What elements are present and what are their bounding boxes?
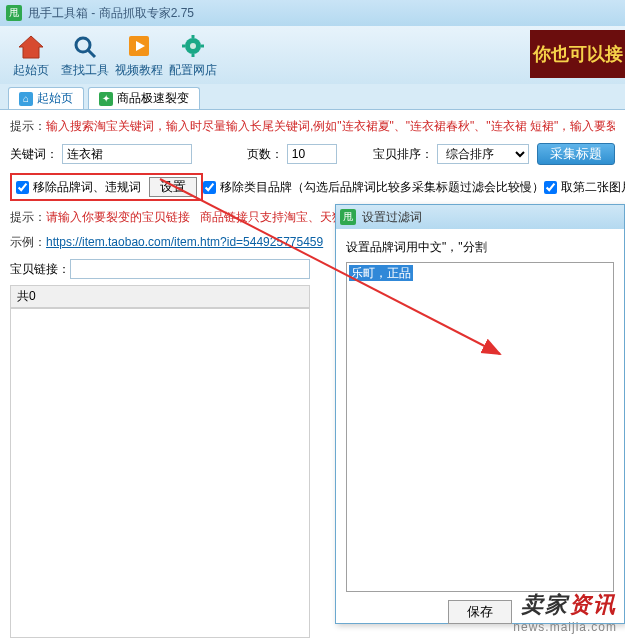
hint2-t2: 商品链接只支持淘宝、天猫 [200,210,344,224]
count-bar: 共0 [10,285,310,308]
toolbar-home[interactable]: 起始页 [4,32,58,79]
count-value: 0 [29,289,36,303]
example-link[interactable]: https://item.taobao.com/item.htm?id=5449… [46,235,323,249]
tab-home-label: 起始页 [37,90,73,107]
hint2-label: 提示： [10,210,46,224]
pages-input[interactable] [287,144,337,164]
search-row: 关键词： 页数： 宝贝排序： 综合排序 采集标题 [10,143,615,165]
remove-category-checkbox[interactable] [203,181,216,194]
wm-text2: 资讯 [569,592,617,617]
svg-point-0 [76,38,90,52]
keyword-label: 关键词： [10,146,58,163]
tab-home[interactable]: ⌂ 起始页 [8,87,84,109]
pages-label: 页数： [247,146,283,163]
watermark: 卖家资讯 news.maijia.com [513,590,617,634]
promo-banner[interactable]: 你也可以接 [530,30,625,78]
wm-url: news.maijia.com [513,620,617,634]
remove-brand-label: 移除品牌词、违规词 [33,179,141,196]
filter-dialog: 甩 设置过滤词 设置品牌词用中文"，"分割 乐町，正品 保存 [335,204,625,624]
dialog-hint: 设置品牌词用中文"，"分割 [346,239,614,256]
dialog-title: 设置过滤词 [362,209,422,226]
toolbar-video-label: 视频教程 [112,62,166,79]
filter-textarea[interactable]: 乐町，正品 [346,262,614,592]
remove-category-label: 移除类目品牌（勾选后品牌词比较多采集标题过滤会比较慢） [220,179,544,196]
second-image-checkbox[interactable] [544,181,557,194]
result-list[interactable] [10,308,310,638]
second-image-label: 取第二张图片作为 [561,179,625,196]
filter-text-selected: 乐町，正品 [349,265,413,281]
collect-button[interactable]: 采集标题 [537,143,615,165]
settings-button[interactable]: 设置 [149,177,197,197]
search-icon [58,32,112,62]
link-label: 宝贝链接： [10,261,70,278]
svg-line-1 [88,50,95,57]
window-title: 甩手工具箱 - 商品抓取专家2.75 [28,5,194,22]
filter-row: 移除品牌词、违规词 设置 移除类目品牌（勾选后品牌词比较多采集标题过滤会比较慢）… [10,173,615,201]
hint-search: 提示：输入搜索淘宝关键词，输入时尽量输入长尾关键词,例如"连衣裙夏"、"连衣裙春… [10,118,615,135]
sort-label: 宝贝排序： [373,146,433,163]
toolbar-config-label: 配置网店 [166,62,220,79]
save-button[interactable]: 保存 [448,600,512,624]
dialog-body: 设置品牌词用中文"，"分割 乐町，正品 保存 [336,229,624,634]
hint2-t1: 请输入你要裂变的宝贝链接 [46,210,190,224]
svg-point-4 [190,43,196,49]
toolbar-home-label: 起始页 [4,62,58,79]
remove-brand-checkbox[interactable] [16,181,29,194]
toolbar-config[interactable]: 配置网店 [166,32,220,79]
link-input[interactable] [70,259,310,279]
gear-icon [166,32,220,62]
hint-text: 输入搜索淘宝关键词，输入时尽量输入长尾关键词,例如"连衣裙夏"、"连衣裙春秋"、… [46,119,615,133]
window-titlebar: 甩 甩手工具箱 - 商品抓取专家2.75 [0,0,625,26]
main-toolbar: 起始页 查找工具 视频教程 配置网店 你也可以接 [0,26,625,84]
hint-label: 提示： [10,119,46,133]
play-icon [112,32,166,62]
dialog-titlebar[interactable]: 甩 设置过滤词 [336,205,624,229]
wm-text1: 卖家 [521,592,569,617]
home-icon: ⌂ [19,92,33,106]
toolbar-search-label: 查找工具 [58,62,112,79]
split-icon: ✦ [99,92,113,106]
dialog-logo-icon: 甩 [340,209,356,225]
tab-bar: ⌂ 起始页 ✦ 商品极速裂变 [0,84,625,110]
sort-select[interactable]: 综合排序 [437,144,529,164]
home-icon [4,32,58,62]
toolbar-search[interactable]: 查找工具 [58,32,112,79]
toolbar-video[interactable]: 视频教程 [112,32,166,79]
app-logo-icon: 甩 [6,5,22,21]
tab-split-label: 商品极速裂变 [117,90,189,107]
example-label: 示例： [10,235,46,249]
count-label: 共 [17,289,29,303]
tab-split[interactable]: ✦ 商品极速裂变 [88,87,200,109]
keyword-input[interactable] [62,144,192,164]
highlight-box: 移除品牌词、违规词 设置 [10,173,203,201]
